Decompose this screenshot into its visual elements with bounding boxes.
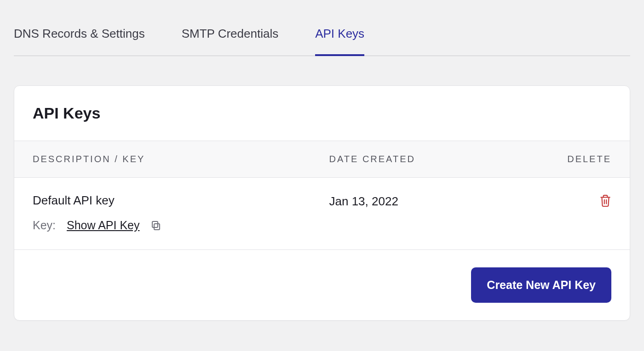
svg-rect-0 bbox=[154, 224, 160, 230]
key-line: Key: Show API Key bbox=[33, 219, 329, 232]
trash-icon[interactable] bbox=[599, 194, 611, 207]
tab-api-keys[interactable]: API Keys bbox=[315, 27, 364, 56]
api-keys-card: API Keys DESCRIPTION / KEY DATE CREATED … bbox=[14, 85, 630, 321]
copy-icon[interactable] bbox=[150, 220, 161, 231]
description-cell: Default API key Key: Show API Key bbox=[33, 193, 329, 232]
table-header: DESCRIPTION / KEY DATE CREATED DELETE bbox=[14, 141, 630, 178]
create-new-api-key-button[interactable]: Create New API Key bbox=[471, 267, 611, 303]
svg-rect-1 bbox=[152, 221, 158, 227]
card-footer: Create New API Key bbox=[14, 250, 630, 320]
tab-dns-records[interactable]: DNS Records & Settings bbox=[14, 27, 145, 56]
show-api-key-link[interactable]: Show API Key bbox=[67, 219, 139, 232]
card-header: API Keys bbox=[14, 86, 630, 141]
delete-cell bbox=[556, 193, 611, 207]
column-header-date: DATE CREATED bbox=[329, 154, 556, 164]
date-created-cell: Jan 13, 2022 bbox=[329, 193, 556, 209]
table-row: Default API key Key: Show API Key Jan 13… bbox=[14, 178, 630, 250]
tabs-bar: DNS Records & Settings SMTP Credentials … bbox=[14, 0, 630, 56]
page-container: DNS Records & Settings SMTP Credentials … bbox=[0, 0, 644, 321]
card-title: API Keys bbox=[33, 104, 611, 122]
key-label: Key: bbox=[33, 219, 56, 232]
column-header-delete: DELETE bbox=[556, 154, 611, 164]
tab-smtp-credentials[interactable]: SMTP Credentials bbox=[182, 27, 279, 56]
column-header-description: DESCRIPTION / KEY bbox=[33, 154, 329, 164]
api-key-description: Default API key bbox=[33, 193, 329, 208]
